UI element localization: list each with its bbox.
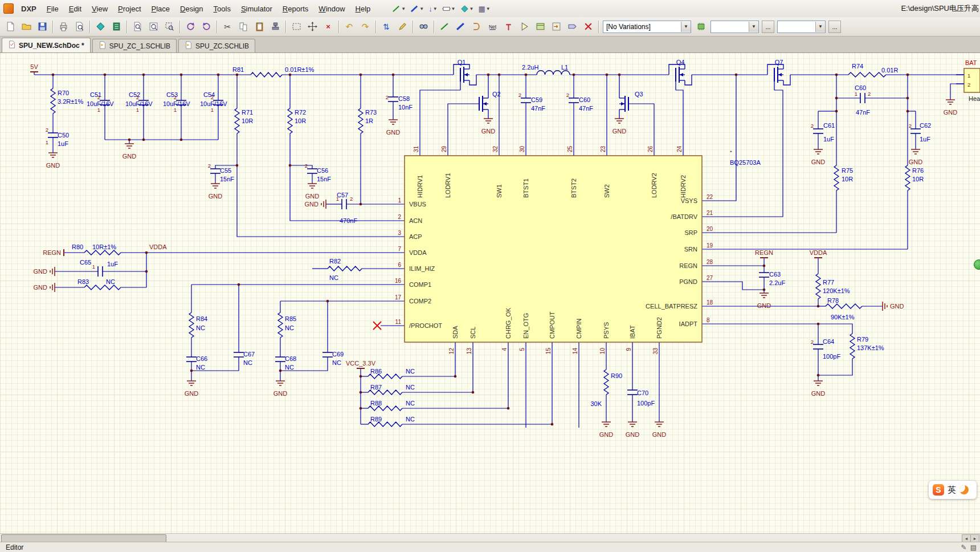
resistor-R83[interactable]: [84, 285, 121, 290]
gnd-symbol[interactable]: GND: [811, 381, 826, 397]
mosfet-Q7[interactable]: [767, 64, 790, 90]
resistor-body[interactable]: [235, 108, 239, 133]
browse-button-2[interactable]: ...: [828, 21, 841, 33]
capacitor-C60[interactable]: [569, 98, 579, 103]
tab-spu-zc-1-schlib[interactable]: SPU_ZC_1.SCHLIB: [92, 39, 177, 52]
resistor-body[interactable]: [604, 370, 609, 395]
resistor-R84[interactable]: [189, 312, 194, 338]
scroll-left-icon[interactable]: ◄: [962, 534, 971, 542]
wire-icon[interactable]: [437, 19, 452, 34]
memory-chip-icon[interactable]: [693, 19, 708, 34]
gnd-symbol[interactable]: GND: [273, 381, 288, 397]
mosfet-part[interactable]: [669, 64, 685, 75]
menu-item-reports[interactable]: Reports: [277, 2, 314, 15]
capacitor-C55[interactable]: [210, 169, 220, 173]
power-port-vcc_3.3v[interactable]: VCC_3.3V: [346, 360, 376, 368]
wire[interactable]: [702, 282, 764, 290]
chevron-down-icon[interactable]: ▼: [749, 22, 758, 32]
resistor-body[interactable]: [278, 312, 283, 338]
gnd-symbol[interactable]: GND: [652, 422, 667, 438]
resistor-R70[interactable]: [51, 88, 55, 113]
combo-field-1[interactable]: ▼: [710, 21, 759, 33]
redo-icon[interactable]: ↷: [358, 19, 373, 34]
gnd-symbol[interactable]: GND: [209, 184, 223, 200]
capacitor-C66[interactable]: [186, 357, 197, 362]
capacitor-C64[interactable]: [813, 344, 823, 349]
select-area-icon[interactable]: [289, 19, 304, 34]
scroll-right-icon[interactable]: ►: [970, 534, 979, 542]
move-selection-icon[interactable]: [305, 19, 320, 34]
ime-mode-label[interactable]: 英: [948, 485, 956, 496]
capacitor-C67[interactable]: [234, 352, 244, 357]
paste-icon[interactable]: [252, 19, 267, 34]
mosfet-part[interactable]: [685, 75, 692, 85]
gnd-symbol[interactable]: GND: [599, 422, 614, 438]
resistor-R74[interactable]: [848, 72, 886, 77]
menu-item-project[interactable]: Project: [113, 2, 146, 15]
wire[interactable]: [818, 324, 852, 334]
chevron-down-icon[interactable]: ▼: [815, 22, 825, 32]
ime-moon-icon[interactable]: [959, 485, 969, 494]
combo-field-2[interactable]: ▼: [777, 21, 826, 33]
bus-tool-icon[interactable]: ▼: [409, 3, 426, 14]
gnd-symbol[interactable]: GND: [305, 200, 326, 209]
gnd-symbol[interactable]: GND: [811, 149, 826, 165]
mosfet-Q1[interactable]: [454, 64, 476, 90]
wire[interactable]: [237, 133, 405, 237]
capacitor-C62[interactable]: [910, 129, 921, 133]
place-part-icon[interactable]: [517, 19, 532, 34]
resistor-body[interactable]: [358, 108, 363, 133]
net-label-icon[interactable]: Net: [485, 19, 500, 34]
mosfet-part[interactable]: [783, 75, 790, 85]
pencil-icon[interactable]: [395, 19, 410, 34]
status-doc-icon[interactable]: ▤: [970, 543, 977, 551]
resistor-body[interactable]: [368, 390, 402, 395]
gnd-symbol[interactable]: GND: [34, 283, 55, 292]
menu-item-help[interactable]: Help: [350, 2, 376, 15]
menu-item-place[interactable]: Place: [146, 2, 175, 15]
mosfet-part[interactable]: [454, 64, 469, 75]
mosfet-Q4[interactable]: [669, 64, 692, 90]
capacitor-C57[interactable]: [342, 199, 346, 209]
schematic-svg[interactable]: GNDGNDGNDGNDGNDGNDGNDGNDGNDGNDGNDGNDGNDG…: [0, 52, 980, 533]
wire[interactable]: [950, 84, 964, 100]
capacitor-C65[interactable]: [98, 266, 103, 277]
tab-spu-new-schdoc-[interactable]: SPU_NEW.SchDoc *: [2, 38, 91, 52]
variations-select[interactable]: [No Variations] ▼: [603, 21, 691, 33]
resistor-body[interactable]: [84, 285, 121, 290]
resistor-body[interactable]: [189, 312, 194, 338]
chevron-down-icon[interactable]: ▼: [681, 22, 691, 32]
connector-body[interactable]: [964, 68, 980, 92]
save-icon[interactable]: [35, 19, 50, 34]
resistor-body[interactable]: [288, 108, 292, 133]
resistor-body[interactable]: [905, 165, 910, 190]
resistor-R75[interactable]: [834, 165, 839, 190]
up-down-icon[interactable]: ⇅: [379, 19, 394, 34]
resistor-body[interactable]: [51, 88, 55, 113]
gnd-symbol[interactable]: GND: [185, 381, 199, 397]
resistor-R80[interactable]: [84, 250, 121, 255]
capacitor-C50[interactable]: [48, 133, 58, 137]
power-port-regn[interactable]: REGN: [755, 249, 773, 258]
gnd-symbol[interactable]: GND: [757, 293, 771, 309]
cut-icon[interactable]: ✂: [220, 19, 235, 34]
power-port-vdda[interactable]: VDDA: [149, 243, 167, 250]
gnd-symbol[interactable]: GND: [612, 119, 627, 135]
wire[interactable]: [290, 133, 405, 221]
capacitor-C69[interactable]: [322, 352, 333, 357]
menu-item-design[interactable]: Design: [175, 2, 208, 15]
resistor-body[interactable]: [826, 304, 862, 309]
resistor-R81[interactable]: [251, 72, 282, 77]
wire[interactable]: [290, 165, 312, 169]
capacitor-C68[interactable]: [275, 357, 285, 362]
copy-icon[interactable]: [236, 19, 251, 34]
menu-item-dxp[interactable]: DXP: [16, 2, 42, 15]
gnd-symbol[interactable]: GND: [481, 119, 496, 135]
harness-icon[interactable]: [469, 19, 484, 34]
sheet-symbol-icon[interactable]: [533, 19, 548, 34]
ime-badge[interactable]: S 英: [929, 481, 977, 499]
undo-icon[interactable]: ↶: [342, 19, 357, 34]
wire[interactable]: [818, 359, 852, 375]
wire[interactable]: [702, 90, 783, 217]
power-port-5v[interactable]: 5V: [30, 63, 38, 72]
